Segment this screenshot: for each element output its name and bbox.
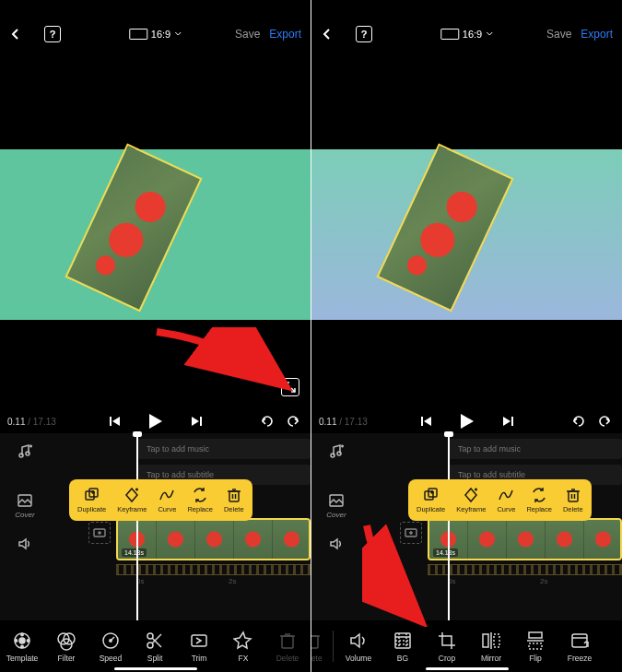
- tool-mirror[interactable]: Mirror: [469, 631, 513, 663]
- tool-flip[interactable]: Flip: [513, 631, 557, 663]
- popup-curve-button[interactable]: Curve: [492, 485, 520, 515]
- redo-button[interactable]: [285, 413, 301, 430]
- tool-delete-partial[interactable]: lete: [311, 631, 330, 663]
- music-track-hint[interactable]: Tap to add music: [137, 439, 311, 459]
- annotation-arrow-fullscreen: [152, 327, 299, 396]
- top-bar: ? 16:9 Save Export: [0, 0, 311, 51]
- time-readout: 0.11 / 17.13: [311, 417, 368, 427]
- tool-freeze[interactable]: Freeze: [557, 631, 602, 663]
- tracks-area[interactable]: Tap to add music Tap to add subtitle 14.…: [361, 433, 622, 620]
- tool-template[interactable]: Template: [0, 631, 44, 663]
- preview-canvas[interactable]: [311, 149, 622, 320]
- svg-rect-22: [229, 491, 239, 501]
- popup-replace-button[interactable]: Replace: [182, 485, 217, 515]
- video-clip[interactable]: 14.13s: [116, 518, 311, 560]
- play-button[interactable]: [149, 414, 162, 429]
- svg-point-28: [19, 638, 25, 643]
- save-button[interactable]: Save: [546, 28, 571, 41]
- svg-rect-47: [421, 417, 423, 426]
- popup-keyframe-button[interactable]: Keyframe: [452, 485, 490, 515]
- svg-rect-43: [192, 635, 206, 646]
- play-button[interactable]: [461, 414, 474, 429]
- popup-delete-button[interactable]: Delete: [219, 485, 249, 515]
- popup-duplicate-button[interactable]: Duplicate: [412, 485, 450, 515]
- redo-button[interactable]: [596, 413, 613, 430]
- add-music-track-button[interactable]: [17, 442, 33, 459]
- selected-clip-overlay[interactable]: [376, 143, 513, 312]
- video-clip[interactable]: 14.13s: [428, 518, 622, 560]
- tool-crop[interactable]: Crop: [425, 631, 469, 663]
- clip-thumbnail: [584, 520, 622, 559]
- tool-volume[interactable]: Volume: [336, 631, 381, 663]
- time-readout: 0.11 / 17.13: [0, 417, 56, 427]
- tool-trim[interactable]: Trim: [177, 631, 221, 663]
- clip-thumbnail: [273, 520, 311, 559]
- mute-button[interactable]: [17, 536, 33, 552]
- selected-clip-overlay[interactable]: [65, 143, 202, 312]
- clip-duration-badge: 14.13s: [122, 548, 147, 557]
- svg-point-29: [21, 633, 23, 635]
- timeline-left-column: Cover: [0, 433, 50, 620]
- fullscreen-button[interactable]: [281, 378, 299, 396]
- bottom-toolbar-right: lete Volume BG Crop Mirror Flip Freeze: [311, 620, 622, 672]
- tool-split[interactable]: Split: [133, 631, 177, 663]
- clip-thumbnail: [468, 520, 507, 559]
- timeline-panel: Cover Tap to add music Tap to add subtit…: [0, 433, 311, 620]
- clip-context-menu: Duplicate Keyframe Curve Replace Delete: [408, 479, 592, 521]
- tool-filter[interactable]: Filter: [44, 631, 88, 663]
- popup-delete-button[interactable]: Delete: [558, 485, 588, 515]
- popup-curve-button[interactable]: Curve: [153, 485, 181, 515]
- tool-delete[interactable]: Delete: [265, 631, 310, 663]
- tool-bg[interactable]: BG: [381, 631, 425, 663]
- clip-context-menu: Duplicate Keyframe Curve Replace Delete: [69, 479, 252, 521]
- clip-thumbnail: [234, 520, 273, 559]
- svg-rect-3: [110, 417, 111, 426]
- popup-duplicate-button[interactable]: Duplicate: [73, 485, 111, 515]
- prev-button[interactable]: [420, 415, 433, 428]
- svg-rect-50: [511, 417, 513, 426]
- aspect-ratio-selector[interactable]: 16:9: [129, 29, 182, 40]
- next-button[interactable]: [501, 415, 514, 428]
- duration: 17.13: [345, 417, 368, 427]
- back-button[interactable]: [321, 28, 334, 41]
- mute-button[interactable]: [328, 536, 345, 552]
- export-button[interactable]: Export: [269, 28, 301, 41]
- video-track[interactable]: 14.13s: [116, 518, 311, 560]
- next-button[interactable]: [190, 415, 203, 428]
- prev-button[interactable]: [109, 415, 122, 428]
- popup-keyframe-button[interactable]: Keyframe: [112, 485, 151, 515]
- svg-rect-86: [572, 634, 587, 647]
- tool-speed[interactable]: Speed: [88, 631, 133, 663]
- popup-replace-button[interactable]: Replace: [522, 485, 557, 515]
- chevron-down-icon: [486, 30, 493, 38]
- back-button[interactable]: [9, 28, 22, 41]
- preview-canvas[interactable]: [0, 149, 311, 320]
- svg-rect-83: [529, 632, 542, 638]
- video-track[interactable]: 14.13s: [428, 518, 622, 560]
- cover-button[interactable]: Cover: [326, 492, 346, 519]
- transport-bar: 0.11 / 17.13: [0, 406, 311, 437]
- svg-point-30: [27, 639, 29, 641]
- aspect-ratio-selector[interactable]: 16:9: [440, 29, 493, 40]
- add-music-track-button[interactable]: [328, 442, 345, 459]
- time-ruler: 0s 2s 4s: [116, 564, 311, 590]
- svg-rect-44: [282, 636, 293, 648]
- timeline-panel: Cover Tap to add music Tap to add subtit…: [311, 433, 622, 620]
- tracks-area[interactable]: Tap to add music Tap to add subtitle 14.…: [50, 433, 311, 620]
- music-track-hint[interactable]: Tap to add music: [449, 439, 622, 459]
- undo-button[interactable]: [259, 413, 276, 430]
- cover-button[interactable]: Cover: [15, 492, 34, 519]
- undo-button[interactable]: [570, 413, 587, 430]
- chevron-down-icon: [174, 30, 182, 38]
- export-button[interactable]: Export: [581, 28, 613, 41]
- playhead[interactable]: [136, 433, 138, 620]
- save-button[interactable]: Save: [235, 28, 260, 41]
- tool-fx[interactable]: FX: [221, 631, 265, 663]
- add-clip-button[interactable]: [88, 522, 111, 544]
- svg-point-38: [110, 639, 111, 641]
- playhead[interactable]: [448, 433, 450, 620]
- add-clip-button[interactable]: [400, 522, 422, 544]
- help-button[interactable]: ?: [44, 26, 61, 42]
- help-button[interactable]: ?: [356, 26, 372, 42]
- svg-rect-72: [311, 636, 318, 648]
